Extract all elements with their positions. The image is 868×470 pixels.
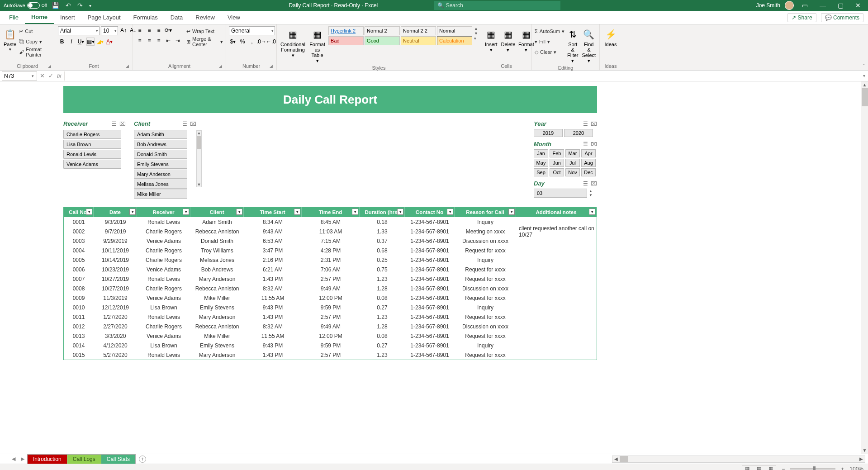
align-left-icon[interactable]: ≡ bbox=[136, 37, 144, 45]
view-normal-icon[interactable]: ▦ bbox=[742, 465, 752, 470]
tab-file[interactable]: File bbox=[3, 11, 25, 24]
table-cell[interactable]: 0.18 bbox=[360, 217, 405, 227]
table-cell[interactable]: Request for xxxx bbox=[455, 246, 516, 255]
italic-button[interactable]: I bbox=[67, 38, 76, 46]
fill-color-button[interactable]: ◢▾ bbox=[96, 38, 104, 46]
table-cell[interactable]: 0.68 bbox=[360, 246, 405, 255]
table-cell[interactable]: Request for xxxx bbox=[455, 312, 516, 322]
column-header[interactable]: Reason for Call▾ bbox=[455, 207, 516, 217]
table-cell[interactable]: 1.23 bbox=[360, 350, 405, 360]
table-cell[interactable]: 10/27/2019 bbox=[94, 284, 137, 293]
table-cell[interactable]: Inquiry bbox=[455, 255, 516, 265]
table-cell[interactable]: Bob Andrews bbox=[190, 265, 244, 274]
table-cell[interactable]: 0006 bbox=[64, 265, 94, 274]
alignment-launcher-icon[interactable]: ◢ bbox=[219, 63, 222, 69]
filter-dropdown-icon[interactable]: ▾ bbox=[508, 209, 515, 215]
table-cell[interactable]: 1-234-567-8901 bbox=[405, 274, 455, 284]
table-cell[interactable]: Ronald Lewis bbox=[137, 217, 190, 227]
merge-center-button[interactable]: ⊞Merge & Center ▾ bbox=[186, 37, 223, 47]
table-cell[interactable] bbox=[516, 322, 597, 331]
table-cell[interactable]: Meeting on xxxx bbox=[455, 227, 516, 236]
style-good[interactable]: Good bbox=[365, 36, 400, 45]
table-cell[interactable]: 0.37 bbox=[360, 236, 405, 246]
close-button[interactable]: ✕ bbox=[852, 1, 864, 10]
minimize-button[interactable]: — bbox=[816, 1, 830, 10]
table-cell[interactable]: Rebecca Anniston bbox=[190, 284, 244, 293]
sheet-tab-introduction[interactable]: Introduction bbox=[27, 454, 67, 464]
table-cell[interactable] bbox=[516, 293, 597, 303]
autosum-button[interactable]: ΣAutoSum ▾ bbox=[535, 26, 564, 36]
zoom-in-button[interactable]: + bbox=[841, 466, 844, 470]
collapse-ribbon-icon[interactable]: ˄ bbox=[863, 63, 865, 69]
filter-dropdown-icon[interactable]: ▾ bbox=[397, 209, 403, 215]
table-cell[interactable]: Inquiry bbox=[455, 217, 516, 227]
table-cell[interactable]: 1-234-567-8901 bbox=[405, 303, 455, 312]
filter-dropdown-icon[interactable]: ▾ bbox=[236, 209, 242, 215]
insert-cells-button[interactable]: ▦Insert▾ bbox=[484, 26, 498, 54]
style-neutral[interactable]: Neutral bbox=[401, 36, 436, 45]
table-cell[interactable]: 0010 bbox=[64, 303, 94, 312]
table-cell[interactable]: Mary Anderson bbox=[190, 350, 244, 360]
view-page-layout-icon[interactable]: ▦ bbox=[754, 465, 764, 470]
table-cell[interactable]: 3:47 PM bbox=[244, 246, 302, 255]
tab-help[interactable] bbox=[247, 15, 259, 20]
font-color-button[interactable]: A▾ bbox=[105, 38, 114, 46]
table-cell[interactable]: 9/7/2019 bbox=[94, 227, 137, 236]
table-cell[interactable]: Troy Williams bbox=[190, 246, 244, 255]
table-cell[interactable] bbox=[516, 284, 597, 293]
table-cell[interactable]: Inquiry bbox=[455, 303, 516, 312]
column-header[interactable]: Date▾ bbox=[94, 207, 137, 217]
slicer-receiver-item[interactable]: Venice Adams bbox=[63, 160, 121, 169]
font-size-select[interactable]: 10▾ bbox=[101, 26, 118, 35]
table-cell[interactable]: Discussion on xxxx bbox=[455, 236, 516, 246]
table-cell[interactable]: Charlie Rogers bbox=[137, 284, 190, 293]
table-cell[interactable]: Rebecca Anniston bbox=[190, 322, 244, 331]
table-cell[interactable] bbox=[516, 265, 597, 274]
table-cell[interactable]: 1-234-567-8901 bbox=[405, 255, 455, 265]
table-cell[interactable]: 1:43 PM bbox=[244, 274, 302, 284]
table-cell[interactable]: Request for xxxx bbox=[455, 350, 516, 360]
number-launcher-icon[interactable]: ◢ bbox=[270, 63, 273, 69]
style-bad[interactable]: Bad bbox=[328, 36, 364, 45]
decrease-decimal-icon[interactable]: ←.0 bbox=[267, 38, 275, 46]
table-cell[interactable]: 0.25 bbox=[360, 255, 405, 265]
table-cell[interactable]: Mike Miller bbox=[190, 293, 244, 303]
style-normal2[interactable]: Normal 2 bbox=[365, 26, 400, 35]
table-cell[interactable]: 1-234-567-8901 bbox=[405, 331, 455, 341]
style-normal[interactable]: Normal bbox=[437, 26, 472, 35]
table-cell[interactable]: Adam Smith bbox=[190, 217, 244, 227]
table-cell[interactable]: 0002 bbox=[64, 227, 94, 236]
slicer-year-item[interactable]: 2020 bbox=[564, 129, 593, 137]
table-cell[interactable]: 10/23/2019 bbox=[94, 265, 137, 274]
format-painter-button[interactable]: 🖌Format Painter bbox=[19, 47, 52, 57]
table-cell[interactable]: Rebecca Anniston bbox=[190, 227, 244, 236]
table-cell[interactable]: 1.23 bbox=[360, 312, 405, 322]
share-button[interactable]: ↗ Share bbox=[787, 13, 816, 22]
tab-insert[interactable]: Insert bbox=[54, 11, 81, 24]
autosave-toggle[interactable]: AutoSave Off bbox=[4, 2, 47, 9]
column-header[interactable]: Client▾ bbox=[190, 207, 244, 217]
wrap-text-button[interactable]: ↩Wrap Text bbox=[186, 26, 223, 36]
copy-button[interactable]: ⿻Copy ▾ bbox=[19, 37, 52, 47]
table-cell[interactable]: Mary Anderson bbox=[190, 312, 244, 322]
outdent-icon[interactable]: ⇤ bbox=[164, 37, 172, 45]
orientation-icon[interactable]: ⟳▾ bbox=[164, 26, 172, 34]
table-cell[interactable]: 1-234-567-8901 bbox=[405, 284, 455, 293]
table-cell[interactable]: 11:55 AM bbox=[244, 293, 302, 303]
save-icon[interactable]: 💾 bbox=[50, 2, 61, 9]
borders-button[interactable]: ▦▾ bbox=[86, 38, 95, 46]
slicer-client-item[interactable]: Emily Stevens bbox=[134, 160, 187, 169]
sheet-tab-call-stats[interactable]: Call Stats bbox=[101, 454, 136, 464]
clipboard-launcher-icon[interactable]: ◢ bbox=[48, 63, 51, 69]
slicer-day-value[interactable]: 03 bbox=[534, 189, 587, 198]
table-cell[interactable]: Venice Adams bbox=[137, 293, 190, 303]
table-cell[interactable]: Ronald Lewis bbox=[137, 274, 190, 284]
table-cell[interactable]: 7:15 AM bbox=[302, 236, 360, 246]
view-page-break-icon[interactable]: ▦ bbox=[766, 465, 776, 470]
table-cell[interactable]: 1/27/2020 bbox=[94, 312, 137, 322]
table-cell[interactable] bbox=[516, 246, 597, 255]
table-cell[interactable]: 1.28 bbox=[360, 322, 405, 331]
clear-filter-icon[interactable]: ⌧ bbox=[591, 180, 597, 187]
zoom-out-button[interactable]: − bbox=[782, 466, 785, 470]
slicer-month-item[interactable]: Nov bbox=[565, 168, 580, 176]
